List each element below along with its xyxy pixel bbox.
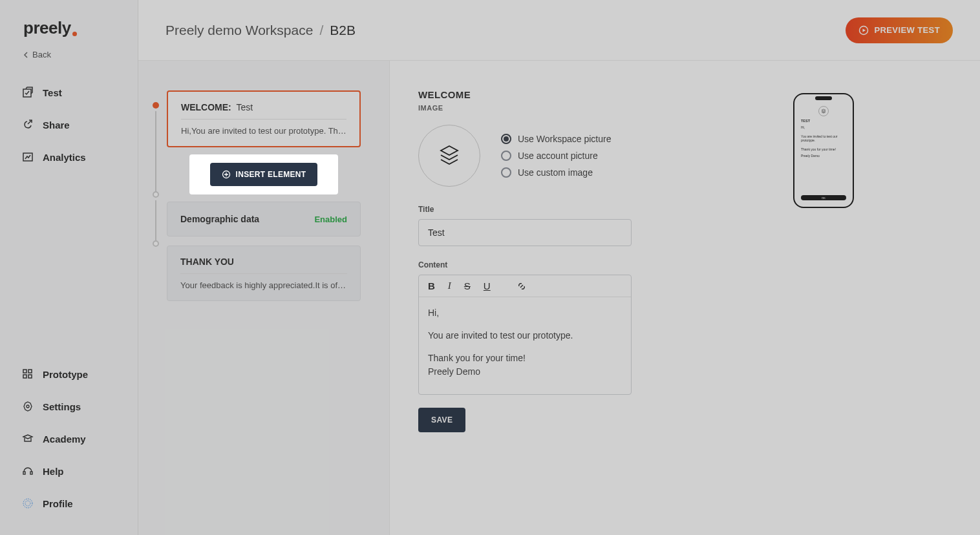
svg-rect-2 — [23, 370, 27, 373]
step-title: THANK YOU — [180, 257, 347, 267]
svg-point-7 — [27, 405, 29, 408]
step-card-welcome[interactable]: WELCOME: Test Hi,You are invited to test… — [167, 90, 361, 147]
sidebar-item-prototype[interactable]: Prototype — [14, 358, 123, 390]
sidebar-item-label: Settings — [43, 401, 81, 412]
step-card-thankyou[interactable]: THANK YOU Your feedback is highly apprec… — [167, 246, 361, 301]
logo: preely — [0, 18, 138, 45]
analytics-icon — [22, 151, 34, 163]
chevron-left-icon — [23, 52, 28, 58]
timeline-dot-icon — [153, 191, 159, 198]
insert-element-button[interactable]: INSERT ELEMENT — [210, 163, 318, 186]
sidebar-item-help[interactable]: Help — [14, 455, 123, 487]
bold-button[interactable]: B — [428, 280, 435, 291]
profile-icon — [22, 498, 34, 509]
sidebar-item-analytics[interactable]: Analytics — [14, 141, 123, 173]
radio-account-picture[interactable]: Use account picture — [501, 151, 611, 161]
title-input[interactable] — [418, 219, 632, 246]
strikethrough-button[interactable]: S — [464, 280, 471, 291]
step-summary: Hi,You are invited to test our prototype… — [181, 126, 346, 136]
content-line: You are invited to test our prototype. — [428, 329, 622, 342]
layers-icon — [437, 143, 462, 168]
academy-icon — [22, 433, 34, 445]
sidebar-item-test[interactable]: Test — [14, 76, 123, 109]
breadcrumb: Preely demo Workspace / B2B — [165, 23, 356, 38]
back-button[interactable]: Back — [0, 45, 138, 76]
breadcrumb-project: B2B — [330, 23, 356, 38]
sidebar-item-label: Analytics — [43, 152, 86, 163]
image-preview-circle — [418, 125, 480, 187]
save-button[interactable]: SAVE — [418, 408, 465, 432]
sidebar-item-label: Share — [43, 120, 70, 131]
divider — [180, 273, 347, 274]
step-summary: Your feedback is highly appreciated.It i… — [180, 280, 347, 290]
back-label: Back — [32, 50, 51, 59]
logo-dot-icon — [72, 32, 77, 36]
title-field-label: Title — [418, 205, 741, 214]
detail-heading: WELCOME — [418, 89, 741, 100]
step-title-value: Test — [237, 102, 253, 112]
gear-icon — [22, 401, 34, 412]
svg-rect-9 — [30, 472, 32, 474]
radio-icon — [501, 151, 511, 161]
phone-preview-column: TEST Hi, You are invited to test our pro… — [793, 89, 854, 535]
content-line: Thank you for your time! — [428, 351, 622, 365]
phone-title: TEST — [798, 119, 849, 123]
play-circle-icon — [858, 25, 869, 36]
step-card-demographic[interactable]: Demographic data Enabled — [167, 202, 361, 236]
step-title-label: WELCOME: — [181, 102, 231, 112]
prototype-icon — [22, 368, 34, 380]
svg-point-10 — [23, 499, 32, 508]
step-title: WELCOME: Test — [181, 102, 346, 112]
detail-panel: WELCOME IMAGE U — [389, 61, 980, 535]
breadcrumb-separator: / — [319, 23, 323, 38]
step-title: Demographic data — [180, 214, 259, 224]
image-source-radios: Use Workspace picture Use account pictur… — [501, 134, 611, 178]
sidebar-item-label: Help — [43, 466, 64, 477]
sidebar-item-academy[interactable]: Academy — [14, 423, 123, 455]
preview-label: PREVIEW TEST — [874, 25, 940, 35]
radio-label: Use custom image — [518, 167, 593, 178]
timeline-dot-icon — [153, 102, 159, 109]
nav-bottom-group: Prototype Settings Academy Help Profile — [0, 358, 138, 519]
content-field-label: Content — [418, 260, 741, 269]
phone-line: Preely Demo — [798, 154, 849, 158]
step-status-badge: Enabled — [314, 215, 347, 224]
svg-marker-6 — [24, 402, 32, 411]
nav-top-group: Test Share Analytics — [0, 76, 138, 173]
sidebar-item-label: Academy — [43, 434, 86, 445]
sidebar-item-share[interactable]: Share — [14, 109, 123, 141]
share-icon — [22, 119, 34, 131]
underline-button[interactable]: U — [484, 280, 491, 291]
phone-cta-button: OK — [801, 195, 846, 200]
italic-button[interactable]: I — [448, 280, 451, 291]
sidebar-item-label: Profile — [43, 498, 73, 509]
phone-preview: TEST Hi, You are invited to test our pro… — [793, 93, 854, 208]
divider — [181, 119, 346, 120]
insert-element-panel: INSERT ELEMENT — [190, 155, 337, 194]
image-selector-row: Use Workspace picture Use account pictur… — [418, 125, 741, 187]
link-button[interactable] — [517, 281, 527, 291]
timeline-line-icon — [155, 111, 156, 193]
detail-form: WELCOME IMAGE U — [418, 89, 741, 535]
sidebar-item-profile[interactable]: Profile — [14, 487, 123, 519]
insert-label: INSERT ELEMENT — [236, 170, 306, 179]
svg-rect-4 — [23, 375, 27, 378]
preview-test-button[interactable]: PREVIEW TEST — [846, 17, 953, 43]
svg-rect-8 — [23, 472, 25, 474]
radio-custom-image[interactable]: Use custom image — [501, 167, 611, 178]
sidebar-item-settings[interactable]: Settings — [14, 390, 123, 423]
radio-label: Use account picture — [518, 151, 598, 161]
svg-point-11 — [25, 501, 30, 506]
timeline-line-icon — [155, 200, 156, 240]
content-editor: B I S U Hi, You are invited to test our … — [418, 275, 632, 395]
content-line: Hi, — [428, 306, 622, 320]
logo-text: preely — [23, 18, 71, 38]
phone-notch-icon — [815, 96, 832, 100]
plus-circle-icon — [222, 170, 231, 179]
editor-body[interactable]: Hi, You are invited to test our prototyp… — [419, 297, 631, 394]
radio-label: Use Workspace picture — [518, 134, 611, 144]
radio-icon — [501, 134, 511, 144]
editor-toolbar: B I S U — [419, 275, 631, 297]
radio-workspace-picture[interactable]: Use Workspace picture — [501, 134, 611, 144]
breadcrumb-workspace[interactable]: Preely demo Workspace — [165, 23, 313, 38]
